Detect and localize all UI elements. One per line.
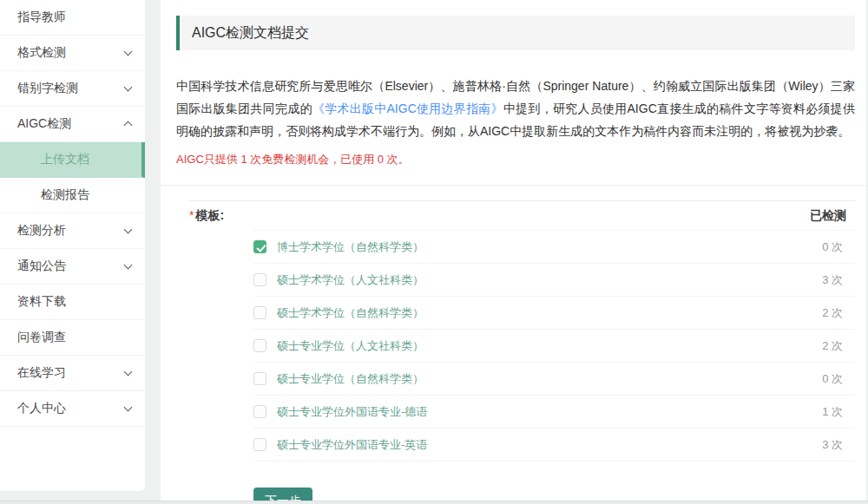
checked-count: 3 次 [822, 437, 855, 453]
template-checkbox[interactable] [253, 372, 266, 385]
main-panel: AIGC检测文档提交 中国科学技术信息研究所与爱思唯尔（Elsevier）、施普… [161, 0, 866, 501]
sidebar-item-label: 检测报告 [17, 187, 89, 203]
template-name-link[interactable]: 硕士专业学位（人文社科类） [277, 338, 424, 354]
aigc-guide-link[interactable]: 《学术出版中AIGC使用边界指南》 [312, 101, 503, 115]
chevron-down-icon [124, 261, 133, 270]
sidebar-item-label: 在线学习 [17, 365, 66, 381]
template-label-text: 模板: [195, 208, 224, 222]
template-row: 硕士学术学位（人文社科类） 3 次 [253, 264, 855, 297]
template-row: 硕士专业学位外国语专业-英语 3 次 [253, 429, 855, 461]
chevron-down-icon [124, 368, 133, 376]
template-name-link[interactable]: 硕士学术学位（人文社科类） [277, 272, 424, 288]
sidebar-item-9[interactable]: 问卷调查 [0, 320, 145, 356]
sidebar-item-label: AIGC检测 [17, 116, 71, 132]
sidebar-item-label: 上传文档 [17, 152, 89, 167]
section-divider [161, 185, 866, 186]
checked-count: 2 次 [822, 305, 855, 321]
checked-count: 3 次 [822, 272, 855, 288]
chevron-down-icon [124, 48, 133, 56]
checked-count: 2 次 [822, 338, 855, 354]
template-table: *模板: 已检测 博士学术学位（自然科学类） 0 次 硕士学术学位（人文社科类）… [189, 200, 855, 461]
sidebar-item-0[interactable]: 指导教师 [0, 0, 145, 36]
template-checkbox[interactable] [253, 240, 266, 253]
sidebar-item-4[interactable]: 上传文档 [0, 142, 145, 178]
template-table-header: *模板: 已检测 [189, 201, 855, 230]
template-field-label: *模板: [189, 208, 224, 224]
chevron-down-icon [124, 83, 133, 92]
sidebar-item-label: 资料下载 [17, 294, 66, 310]
page-title-bar: AIGC检测文档提交 [176, 16, 855, 50]
template-rows: 博士学术学位（自然科学类） 0 次 硕士学术学位（人文社科类） 3 次 硕士学术… [253, 230, 855, 461]
template-checkbox[interactable] [253, 405, 266, 418]
sidebar-item-label: 检测分析 [17, 223, 66, 239]
sidebar-item-7[interactable]: 通知公告 [0, 249, 145, 285]
sidebar-item-2[interactable]: 错别字检测 [0, 71, 145, 107]
template-row: 硕士学术学位（自然科学类） 2 次 [253, 297, 855, 330]
sidebar-item-1[interactable]: 格式检测 [0, 36, 145, 71]
sidebar-item-label: 指导教师 [17, 10, 66, 25]
template-checkbox[interactable] [253, 438, 266, 451]
template-checkbox[interactable] [253, 273, 266, 286]
sidebar-item-8[interactable]: 资料下载 [0, 285, 145, 320]
template-row: 博士学术学位（自然科学类） 0 次 [253, 231, 855, 264]
sidebar-item-10[interactable]: 在线学习 [0, 356, 145, 391]
sidebar-item-3[interactable]: AIGC检测 [0, 107, 145, 142]
sidebar-item-label: 问卷调查 [17, 330, 66, 345]
checked-count-column-header: 已检测 [810, 208, 846, 224]
chevron-down-icon [124, 226, 133, 234]
template-name-link[interactable]: 硕士专业学位外国语专业-德语 [277, 404, 427, 420]
checked-count: 0 次 [822, 239, 855, 255]
template-name-link[interactable]: 博士学术学位（自然科学类） [277, 239, 424, 255]
template-name-link[interactable]: 硕士专业学位（自然科学类） [277, 371, 424, 387]
required-asterisk: * [189, 208, 194, 222]
template-checkbox[interactable] [253, 306, 266, 319]
page-title: AIGC检测文档提交 [192, 24, 309, 43]
sidebar-item-label: 个人中心 [17, 401, 66, 416]
sidebar-item-label: 格式检测 [17, 45, 66, 61]
template-row: 硕士专业学位（人文社科类） 2 次 [253, 330, 855, 363]
template-name-link[interactable]: 硕士专业学位外国语专业-英语 [277, 437, 427, 453]
sidebar-item-6[interactable]: 检测分析 [0, 213, 145, 249]
free-quota-notice: AIGC只提供 1 次免费检测机会，已使用 0 次。 [176, 152, 855, 167]
intro-paragraph: 中国科学技术信息研究所与爱思唯尔（Elsevier）、施普林格·自然（Sprin… [176, 75, 855, 142]
template-row: 硕士专业学位外国语专业-德语 1 次 [253, 396, 855, 429]
bottom-divider [0, 501, 868, 504]
template-checkbox[interactable] [253, 339, 266, 352]
chevron-up-icon [124, 121, 133, 130]
checked-count: 0 次 [822, 371, 855, 387]
sidebar: 指导教师 格式检测 错别字检测 AIGC检测 上传文档 检测报告 检测分析 通知… [0, 0, 145, 491]
checked-count: 1 次 [822, 404, 855, 420]
template-row: 硕士专业学位（自然科学类） 0 次 [253, 363, 855, 396]
sidebar-item-5[interactable]: 检测报告 [0, 178, 145, 213]
sidebar-item-11[interactable]: 个人中心 [0, 391, 145, 427]
chevron-down-icon [124, 403, 133, 412]
sidebar-item-label: 通知公告 [17, 259, 66, 274]
template-name-link[interactable]: 硕士学术学位（自然科学类） [277, 305, 424, 321]
sidebar-item-label: 错别字检测 [17, 81, 78, 96]
